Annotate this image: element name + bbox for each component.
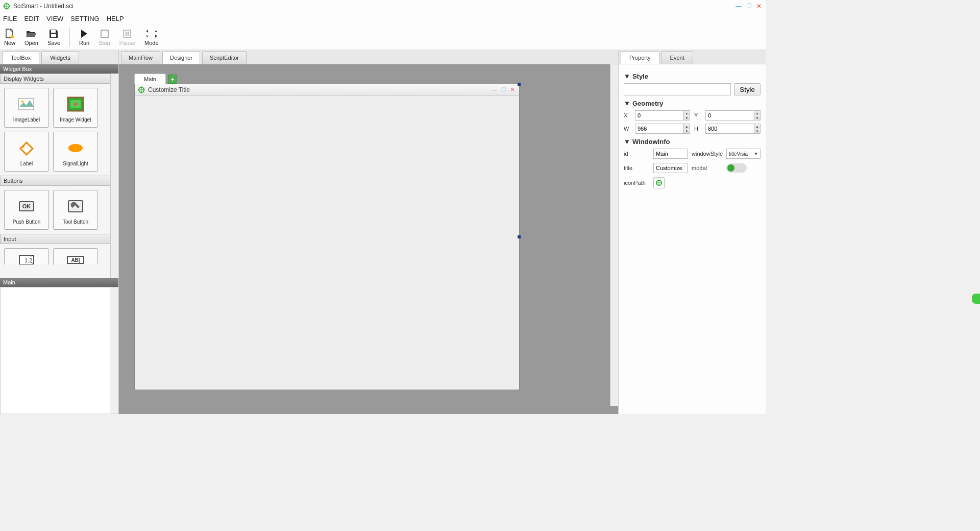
dw-minimize-icon[interactable]: —	[491, 86, 498, 93]
widget-label: ImageLabel	[13, 117, 40, 123]
wininfo-iconpath-label: iconPath	[624, 180, 649, 186]
label-icon	[16, 137, 37, 159]
widget-label: Push Button	[13, 219, 40, 225]
group-input[interactable]: Input	[0, 234, 118, 244]
stop-button[interactable]: Stop	[99, 29, 110, 46]
tab-widgets[interactable]: Widgets	[41, 51, 79, 64]
selection-handle[interactable]	[518, 235, 521, 238]
geom-y-input[interactable]: ▲▼	[705, 110, 761, 120]
wininfo-modal-toggle[interactable]	[726, 163, 747, 173]
widget-label: Image Widget	[60, 117, 91, 123]
spin-up-icon[interactable]: ▲	[754, 111, 760, 115]
geom-h-input[interactable]: ▲▼	[705, 124, 761, 134]
tab-property[interactable]: Property	[621, 51, 659, 64]
tab-designer[interactable]: Designer	[162, 51, 200, 64]
right-panel: Property Event ▼ Style Style ▼ Geometry …	[619, 50, 766, 414]
minimize-icon[interactable]: —	[735, 3, 742, 10]
wininfo-id-input[interactable]	[653, 149, 688, 159]
style-input[interactable]	[624, 83, 731, 95]
tree-header: Main	[0, 278, 118, 287]
widget-pushbutton[interactable]: OK Push Button	[4, 190, 49, 230]
menu-help[interactable]: HELP	[107, 15, 124, 22]
spin-down-icon[interactable]: ▼	[754, 115, 760, 120]
new-button[interactable]: + New	[4, 29, 15, 46]
open-button[interactable]: Open	[24, 29, 38, 46]
tool-button-icon	[65, 196, 86, 217]
widget-lineedit[interactable]: AB|	[53, 248, 98, 264]
geom-w-label: W	[624, 126, 631, 132]
menu-view[interactable]: VIEW	[46, 15, 63, 22]
design-area[interactable]: Main + Customize Title — ☐ ✕	[119, 64, 618, 414]
tab-toolbox[interactable]: ToolBox	[2, 51, 39, 64]
widget-toolbutton[interactable]: Tool Button	[53, 190, 98, 230]
spin-up-icon[interactable]: ▲	[754, 124, 760, 129]
window-titlebar: SciSmart - Untitled.sci — ☐ ✕	[0, 0, 766, 12]
chevron-down-icon: ▼	[624, 138, 630, 146]
wininfo-title-input[interactable]	[653, 163, 688, 173]
svg-rect-6	[51, 34, 56, 37]
chevron-down-icon: ▼	[624, 73, 630, 80]
group-buttons[interactable]: Buttons	[0, 176, 118, 186]
window-title: SciSmart - Untitled.sci	[13, 3, 74, 10]
section-geometry[interactable]: ▼ Geometry	[624, 100, 761, 107]
spin-up-icon[interactable]: ▲	[683, 111, 690, 115]
widget-box: Display Widgets ImageLabel Image Widget …	[0, 74, 118, 278]
section-style[interactable]: ▼ Style	[624, 73, 761, 80]
save-icon	[48, 29, 59, 39]
left-tabs: ToolBox Widgets	[0, 50, 118, 64]
dw-close-icon[interactable]: ✕	[509, 86, 516, 93]
tree-scrollbar[interactable]	[110, 287, 118, 414]
spin-up-icon[interactable]: ▲	[683, 124, 690, 129]
svg-rect-7	[101, 30, 108, 37]
mode-button[interactable]: Mode	[144, 29, 159, 46]
new-file-icon: +	[5, 29, 15, 39]
menu-setting[interactable]: SETTING	[70, 15, 99, 22]
widget-signallight[interactable]: SignalLight	[53, 132, 98, 172]
menu-edit[interactable]: EDIT	[24, 15, 39, 22]
object-tree[interactable]	[0, 287, 118, 414]
tab-event[interactable]: Event	[662, 51, 693, 64]
wininfo-windowstyle-combo[interactable]: titleVisia	[726, 149, 761, 159]
spin-down-icon[interactable]: ▼	[683, 129, 690, 133]
style-button[interactable]: Style	[734, 83, 761, 95]
design-window[interactable]: Customize Title — ☐ ✕	[134, 84, 520, 390]
new-label: New	[4, 40, 15, 46]
push-button-icon: OK	[16, 196, 37, 217]
menu-file[interactable]: FILE	[3, 15, 17, 22]
svg-point-17	[68, 144, 83, 152]
run-button[interactable]: Run	[79, 29, 89, 46]
design-window-titlebar: Customize Title — ☐ ✕	[135, 84, 519, 95]
selection-handle[interactable]	[518, 83, 521, 86]
widget-label: SignalLight	[63, 161, 88, 166]
section-windowinfo[interactable]: ▼ WindowInfo	[624, 138, 761, 146]
add-tab-button[interactable]: +	[168, 75, 177, 84]
geom-w-input[interactable]: ▲▼	[635, 124, 690, 134]
widget-label[interactable]: Label	[4, 132, 49, 172]
svg-point-15	[74, 103, 77, 106]
spin-down-icon[interactable]: ▼	[683, 115, 690, 120]
dw-maximize-icon[interactable]: ☐	[500, 86, 507, 93]
close-icon[interactable]: ✕	[755, 3, 763, 10]
tab-mainflow[interactable]: MainFlow	[121, 51, 160, 64]
widget-box-header: Widget Box	[0, 64, 118, 74]
pause-button[interactable]: Pause	[119, 29, 135, 46]
wininfo-iconpath-button[interactable]	[653, 177, 665, 188]
svg-text:OK: OK	[22, 203, 31, 209]
center-tabs: MainFlow Designer ScriptEditor	[119, 50, 618, 64]
inner-tab-main[interactable]: Main	[134, 74, 166, 84]
wininfo-title-label: title	[624, 165, 649, 171]
widget-imagelabel[interactable]: ImageLabel	[4, 88, 49, 128]
widget-scrollbar[interactable]	[110, 74, 118, 278]
group-display-widgets[interactable]: Display Widgets	[0, 74, 118, 84]
widget-imagewidget[interactable]: Image Widget	[53, 88, 98, 128]
design-scrollbar-vertical[interactable]	[610, 64, 618, 406]
save-button[interactable]: Save	[47, 29, 60, 46]
widget-spinbox[interactable]: 1.2	[4, 248, 49, 264]
toolbar: + New Open Save Run Stop Pause Mode	[0, 25, 766, 50]
right-tabs: Property Event	[619, 50, 766, 64]
maximize-icon[interactable]: ☐	[745, 3, 752, 10]
geom-x-input[interactable]: ▲▼	[635, 110, 690, 120]
spin-down-icon[interactable]: ▼	[754, 129, 760, 133]
tab-scripteditor[interactable]: ScriptEditor	[202, 51, 247, 64]
open-label: Open	[24, 40, 38, 46]
